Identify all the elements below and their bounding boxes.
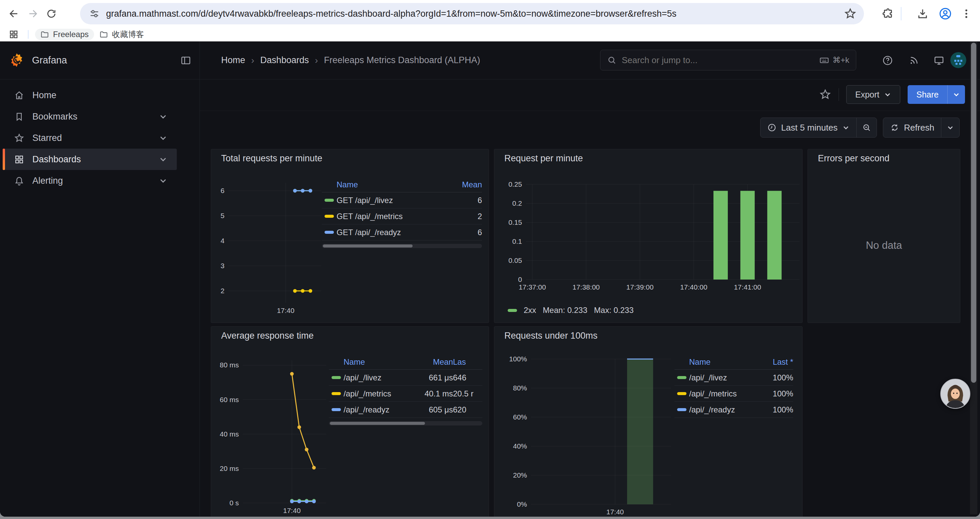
grafana-logo-icon [10,53,24,67]
legend-header[interactable]: Name [337,180,454,189]
panel-title[interactable]: Total requests per minute [221,153,322,164]
svg-text:0%: 0% [517,500,527,508]
legend-series-name[interactable]: /api/_/livez [689,373,761,382]
news-icon[interactable] [908,55,919,66]
bookmark-folder-freeleaps[interactable]: Freeleaps [35,29,94,40]
menu-icon[interactable] [961,0,972,27]
forward-icon[interactable] [23,4,42,23]
site-info-icon[interactable] [89,8,100,19]
extensions-icon[interactable] [882,0,894,27]
panel-title[interactable]: Requests under 100ms [504,331,597,341]
sidebar-item-bookmarks[interactable]: Bookmarks [3,106,177,127]
chevron-down-icon[interactable] [159,112,167,121]
share-button[interactable]: Share [908,85,965,104]
legend-scrollbar[interactable] [329,421,482,425]
legend-row: /api/_/livez661 μs646 [329,370,482,386]
bookmark-star-icon[interactable] [844,7,857,20]
export-button[interactable]: Export [846,85,900,104]
favorite-star-icon[interactable] [819,88,831,101]
legend-series-name[interactable]: GET /api/_/readyz [337,228,454,237]
legend-series-name[interactable]: /api/_/livez [344,373,414,382]
share-dropdown[interactable] [947,85,965,104]
sidebar-item-starred[interactable]: Starred [3,127,177,149]
legend-scrollbar-thumb[interactable] [323,244,413,248]
dashboard-subtoolbar: Export Share [819,85,965,104]
refresh-picker[interactable]: Refresh [883,118,960,137]
legend-header[interactable]: Name [344,357,414,367]
bookmark-folder-blogs[interactable]: 收藏博客 [94,29,150,40]
panel-title[interactable]: Average response time [221,331,313,341]
legend-scrollbar-thumb[interactable] [330,422,425,425]
time-range-button[interactable]: Last 5 minutes [760,118,856,137]
breadcrumb-home[interactable]: Home [221,55,245,65]
toolbar-separator [200,110,980,111]
legend-series-name[interactable]: /api/_/metrics [689,389,761,398]
legend-header[interactable]: Mean [454,180,482,189]
legend-header[interactable]: Last * [761,357,793,367]
legend-table: NameLast */api/_/livez100%/api/_/metrics… [675,355,793,418]
reload-icon[interactable] [42,4,61,23]
user-avatar[interactable] [950,52,966,68]
bar-chart[interactable]: 00.050.10.150.20.2517:37:0017:38:0017:39… [494,149,803,323]
svg-text:40 ms: 40 ms [220,430,239,438]
back-icon[interactable] [5,4,23,23]
page-scrollbar[interactable] [970,42,977,514]
refresh-button[interactable]: Refresh [883,118,941,137]
legend-series-name[interactable]: /api/_/metrics [344,389,414,398]
panel-request-per-minute: Request per minute 00.050.10.150.20.2517… [494,149,803,323]
sidebar-item-label: Starred [32,133,62,143]
star-icon [14,133,24,143]
sidebar-item-label: Home [32,90,56,101]
bookmark-icon [14,112,24,122]
legend-swatch [677,376,686,379]
url-text[interactable]: grafana.mathmast.com/d/deytv4rwavabkb/fr… [106,9,844,19]
legend-series-name[interactable]: /api/_/readyz [689,405,761,414]
legend-row: /api/_/readyz100% [675,402,793,418]
svg-text:5: 5 [221,212,224,219]
svg-text:17:40: 17:40 [283,507,301,514]
svg-text:20 ms: 20 ms [220,465,239,472]
sidebar-item-label: Dashboards [32,154,81,164]
legend-swatch [332,392,341,395]
search-box[interactable]: ⌘+k [600,50,856,70]
floating-avatar[interactable] [940,379,970,409]
url-bar[interactable]: grafana.mathmast.com/d/deytv4rwavabkb/fr… [80,3,864,24]
sidebar-toggle-icon[interactable] [180,55,191,66]
scrollbar-thumb[interactable] [971,43,976,383]
sidebar-item-dashboards[interactable]: Dashboards [3,149,177,170]
panel-average-response-time: Average response time 0 s20 ms40 ms60 ms… [211,326,489,517]
chevron-down-icon[interactable] [159,134,167,142]
sidebar-item-home[interactable]: Home [3,85,177,106]
breadcrumb-separator: › [315,55,318,66]
legend-scrollbar[interactable] [322,244,482,248]
breadcrumb-dashboards[interactable]: Dashboards [260,55,309,65]
panel-requests-under-100ms: Requests under 100ms 0%20%40%60%80%100%1… [494,326,803,517]
panel-total-requests-per-minute: Total requests per minute 2345617:40 Nam… [211,149,489,323]
legend-series-name[interactable]: GET /api/_/metrics [337,212,454,221]
apps-grid-icon[interactable] [9,29,19,39]
legend-series-name[interactable]: /api/_/readyz [344,405,414,414]
legend-header[interactable]: Las [453,357,482,367]
chevron-down-icon[interactable] [159,176,167,185]
legend-series-name[interactable]: GET /api/_/livez [337,196,454,205]
sidebar-menu: HomeBookmarksStarredDashboardsAlerting [0,85,199,192]
panel-title[interactable]: Request per minute [504,153,583,164]
download-icon[interactable] [916,0,929,27]
search-input[interactable] [621,55,819,66]
help-icon[interactable] [882,55,893,66]
time-range-picker[interactable]: Last 5 minutes [760,118,877,137]
svg-text:20%: 20% [513,471,527,479]
search-shortcut: ⌘+k [819,55,849,65]
panel-title[interactable]: Errors per second [818,153,889,164]
legend-header[interactable]: Name [689,357,761,367]
legend-series-name[interactable]: 2xx [524,306,536,315]
sidebar-item-alerting[interactable]: Alerting [3,170,177,192]
chevron-down-icon[interactable] [159,155,167,164]
refresh-interval-dropdown[interactable] [941,118,959,137]
share-button-label[interactable]: Share [908,85,947,104]
zoom-out-button[interactable] [857,118,877,137]
legend-header[interactable]: Mean [414,357,453,367]
profile-icon[interactable] [939,0,952,27]
screen-icon[interactable] [934,55,944,66]
brand[interactable]: Grafana [10,53,67,67]
